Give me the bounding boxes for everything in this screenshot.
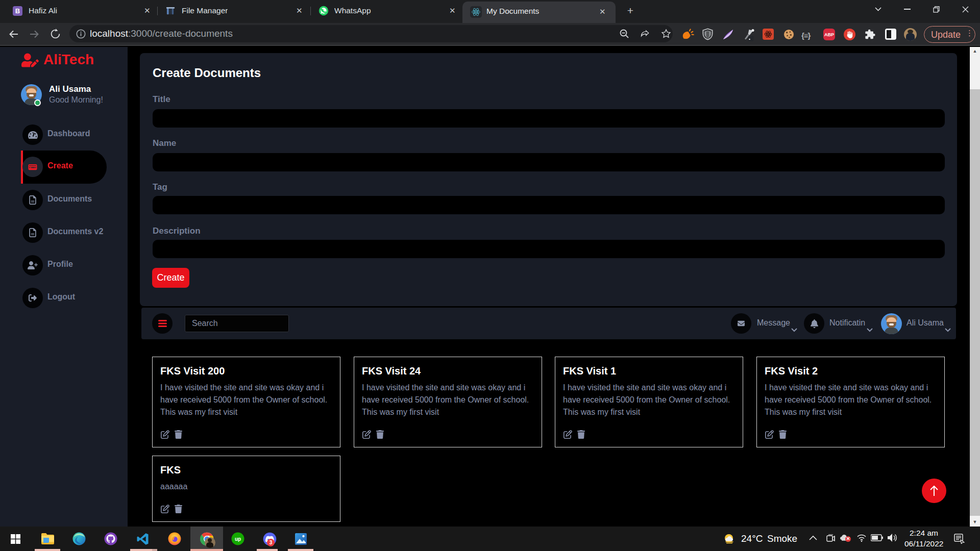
svg-text:up: up [235,536,241,542]
